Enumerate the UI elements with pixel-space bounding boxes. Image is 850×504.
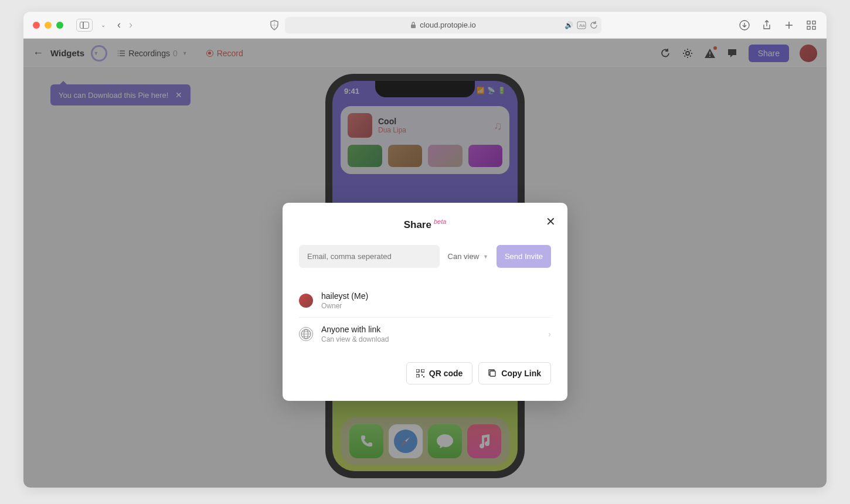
modal-close-button[interactable]: ✕ xyxy=(546,214,556,229)
url-bar[interactable]: cloud.protopie.io 🔊 Aa xyxy=(285,17,601,33)
browser-toolbar: ⌄ ‹ › cloud.protopie.io 🔊 Aa xyxy=(23,12,827,39)
tabs-overview-icon[interactable] xyxy=(805,19,817,31)
share-icon[interactable] xyxy=(761,19,773,31)
maximize-window-button[interactable] xyxy=(56,22,63,29)
permission-dropdown[interactable]: Can view ▼ xyxy=(444,245,492,268)
svg-rect-5 xyxy=(812,21,815,24)
member-name: haileyst (Me) xyxy=(321,291,368,301)
privacy-shield-icon[interactable] xyxy=(270,20,279,30)
chevron-right-icon: › xyxy=(548,329,551,339)
qr-icon xyxy=(416,369,424,377)
traffic-lights xyxy=(33,22,63,29)
audio-icon[interactable]: 🔊 xyxy=(565,21,573,29)
globe-icon xyxy=(299,327,313,341)
sidebar-toggle-button[interactable] xyxy=(76,19,93,32)
member-row: haileyst (Me) Owner xyxy=(299,284,551,318)
lock-icon xyxy=(410,22,416,29)
nav-back-button[interactable]: ‹ xyxy=(117,19,121,31)
member-role: Owner xyxy=(321,302,368,310)
svg-text:Aa: Aa xyxy=(579,23,585,28)
member-avatar xyxy=(299,294,313,308)
reader-icon[interactable]: Aa xyxy=(577,21,586,29)
send-invite-button[interactable]: Send Invite xyxy=(497,245,551,268)
svg-rect-18 xyxy=(490,371,495,376)
link-access-row[interactable]: Anyone with link Can view & download › xyxy=(299,318,551,350)
browser-window: ⌄ ‹ › cloud.protopie.io 🔊 Aa xyxy=(23,12,827,488)
modal-title: Share xyxy=(404,219,431,231)
nav-forward-button[interactable]: › xyxy=(129,19,132,31)
close-window-button[interactable] xyxy=(33,22,40,29)
link-title: Anyone with link xyxy=(321,325,389,334)
svg-rect-15 xyxy=(416,374,419,377)
svg-rect-17 xyxy=(423,376,424,377)
minimize-window-button[interactable] xyxy=(45,22,52,29)
svg-rect-4 xyxy=(807,21,810,24)
beta-tag: beta xyxy=(434,218,446,225)
copy-link-button[interactable]: Copy Link xyxy=(478,362,551,384)
url-text: cloud.protopie.io xyxy=(420,21,475,29)
svg-rect-7 xyxy=(812,26,815,29)
svg-rect-13 xyxy=(416,369,419,372)
email-input[interactable] xyxy=(299,245,440,268)
chevron-down-icon: ▼ xyxy=(483,254,488,260)
new-tab-icon[interactable] xyxy=(783,19,795,31)
reload-icon[interactable] xyxy=(590,21,598,29)
sidebar-menu-chevron[interactable]: ⌄ xyxy=(101,22,106,28)
svg-rect-0 xyxy=(411,25,416,28)
qr-code-button[interactable]: QR code xyxy=(406,362,473,384)
share-modal: Share beta ✕ Can view ▼ Send Invite hail… xyxy=(283,203,567,401)
svg-rect-16 xyxy=(421,374,423,376)
app-content: ← Widgets ▼ Recordings 0 ▼ Record xyxy=(23,39,827,488)
downloads-icon[interactable] xyxy=(739,19,750,31)
link-desc: Can view & download xyxy=(321,335,389,343)
phone-notch xyxy=(375,81,475,97)
copy-icon xyxy=(488,369,497,377)
svg-rect-14 xyxy=(421,369,424,372)
svg-rect-6 xyxy=(807,26,810,29)
